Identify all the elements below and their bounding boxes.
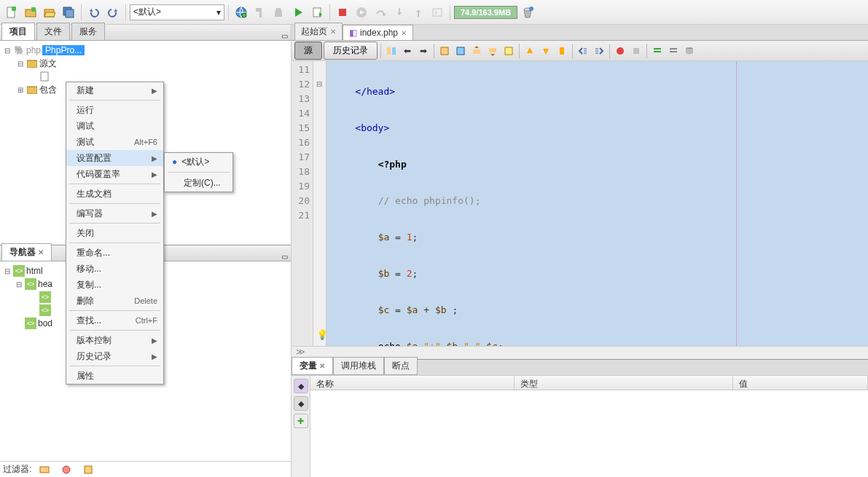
menu-new[interactable]: 新建▶ <box>66 82 163 98</box>
close-icon[interactable]: ✕ <box>319 362 325 370</box>
trash-icon[interactable] <box>519 4 536 21</box>
menu-history[interactable]: 历史记录▶ <box>66 348 163 364</box>
fold-gutter: ⊟ 💡 <box>313 61 327 346</box>
bookmark-next-icon[interactable] <box>539 44 553 58</box>
menu-rename[interactable]: 重命名... <box>66 245 163 261</box>
history-view-button[interactable]: 历史记录 <box>324 42 378 60</box>
tab-files[interactable]: 文件 <box>36 23 70 40</box>
step-into-icon[interactable] <box>391 4 408 21</box>
hammer-icon[interactable] <box>251 4 269 21</box>
find-next-icon[interactable] <box>485 44 500 58</box>
tab-callstack[interactable]: 调用堆栈 <box>333 357 384 375</box>
watch-icon[interactable]: ◆ <box>294 379 308 393</box>
db-icon[interactable] <box>682 44 697 58</box>
menu-delete[interactable]: 删除Delete <box>66 293 163 309</box>
save-all-icon[interactable] <box>60 4 77 21</box>
tab-start-page[interactable]: 起始页✕ <box>294 23 343 40</box>
tree-row[interactable]: ⊟🐘php PhpPro... <box>0 44 291 57</box>
diff-icon[interactable] <box>384 44 399 58</box>
comment-icon[interactable] <box>650 44 665 58</box>
bulb-icon[interactable]: 💡 <box>316 329 328 340</box>
nav-back-icon[interactable]: ⬅ <box>400 44 415 58</box>
svg-rect-33 <box>473 50 480 54</box>
filter-icon[interactable] <box>36 461 53 478</box>
menu-version[interactable]: 版本控制▶ <box>66 332 163 348</box>
config-combo[interactable]: <默认>▾ <box>130 4 224 20</box>
svg-rect-28 <box>85 466 92 473</box>
code-editor[interactable]: 1112131415161718192021 ⊟ 💡 </head> <body… <box>292 61 868 346</box>
col-type[interactable]: 类型 <box>515 376 733 390</box>
clean-icon[interactable] <box>270 4 288 21</box>
svg-rect-6 <box>66 9 74 17</box>
tag-icon: <> <box>39 291 51 303</box>
tab-breakpoints[interactable]: 断点 <box>384 357 418 375</box>
menu-coverage[interactable]: 代码覆盖率▶ <box>66 166 163 182</box>
menu-move[interactable]: 移动... <box>66 261 163 277</box>
toggle-hl-icon[interactable] <box>501 44 516 58</box>
nav-fwd-icon[interactable]: ➡ <box>416 44 431 58</box>
col-value[interactable]: 值 <box>733 376 868 390</box>
macro-stop-icon[interactable] <box>629 44 644 58</box>
minimize-icon[interactable]: ▭ <box>281 253 288 261</box>
minimize-icon[interactable]: ▭ <box>281 32 288 40</box>
undo-icon[interactable] <box>85 4 103 21</box>
cursor-icon[interactable] <box>429 4 446 21</box>
bookmark-toggle-icon[interactable] <box>555 44 569 58</box>
svg-rect-44 <box>633 48 639 54</box>
menu-debug[interactable]: 调试 <box>66 118 163 134</box>
menu-gendoc[interactable]: 生成文档 <box>66 186 163 202</box>
open-icon[interactable] <box>41 4 58 21</box>
watch2-icon[interactable]: ◆ <box>294 396 308 411</box>
svg-rect-32 <box>457 47 464 55</box>
shift-left-icon[interactable] <box>576 44 590 58</box>
find-prev-icon[interactable] <box>469 44 484 58</box>
bookmark-prev-icon[interactable] <box>523 44 537 58</box>
tab-services[interactable]: 服务 <box>71 23 105 40</box>
stop-icon[interactable] <box>334 4 351 21</box>
svg-rect-19 <box>433 9 442 16</box>
find-sel-icon[interactable] <box>437 44 452 58</box>
step-over-icon[interactable] <box>372 4 389 21</box>
source-view-button[interactable]: 源 <box>294 42 322 60</box>
run-icon[interactable] <box>289 4 307 21</box>
menu-compiler[interactable]: 编写器▶ <box>66 205 163 221</box>
debug-icon[interactable] <box>308 4 326 21</box>
svg-rect-26 <box>40 467 49 473</box>
globe-icon[interactable] <box>232 4 250 21</box>
close-icon[interactable]: ✕ <box>401 29 407 37</box>
menu-run[interactable]: 运行 <box>66 102 163 118</box>
editor-tabs: 起始页✕ ◧index.php✕ <box>292 25 868 41</box>
menu-copy[interactable]: 复制... <box>66 277 163 293</box>
tab-variables[interactable]: 变量 ✕ <box>292 357 333 375</box>
add-watch-icon[interactable]: ✚ <box>294 414 308 428</box>
macro-record-icon[interactable] <box>613 44 627 58</box>
submenu-custom[interactable]: 定制(C)... <box>165 174 232 192</box>
close-icon[interactable]: ✕ <box>38 248 44 256</box>
svg-rect-1 <box>12 7 16 11</box>
play-round-icon[interactable] <box>353 4 370 21</box>
menu-close[interactable]: 关闭 <box>66 225 163 241</box>
step-out-icon[interactable] <box>410 4 427 21</box>
shift-right-icon[interactable] <box>592 44 606 58</box>
menu-find[interactable]: 查找...Ctrl+F <box>66 312 163 328</box>
menu-test[interactable]: 测试Alt+F6 <box>66 134 163 150</box>
menu-properties[interactable]: 属性 <box>66 368 163 384</box>
tab-index-php[interactable]: ◧index.php✕ <box>343 25 413 40</box>
filter-icon[interactable] <box>58 461 75 478</box>
debug-table: 名称 类型 值 <box>310 376 868 477</box>
submenu-default[interactable]: ●<默认> <box>165 153 232 170</box>
tab-project[interactable]: 项目 <box>1 23 35 40</box>
tree-row[interactable]: ⊟源文 <box>0 57 291 70</box>
uncomment-icon[interactable] <box>666 44 681 58</box>
close-icon[interactable]: ✕ <box>330 28 336 36</box>
new-file-icon[interactable] <box>3 4 20 21</box>
filter-icon[interactable] <box>79 461 97 478</box>
code-content[interactable]: </head> <body> <?php // echo phpinfo(); … <box>327 61 868 346</box>
menu-set-config[interactable]: 设置配置▶ <box>66 150 163 166</box>
redo-icon[interactable] <box>104 4 122 21</box>
col-name[interactable]: 名称 <box>310 376 515 390</box>
new-project-icon[interactable] <box>22 4 39 21</box>
php-file-icon: ◧ <box>349 28 357 38</box>
tab-navigator[interactable]: 导航器 ✕ <box>1 243 52 261</box>
highlight-icon[interactable] <box>453 44 468 58</box>
